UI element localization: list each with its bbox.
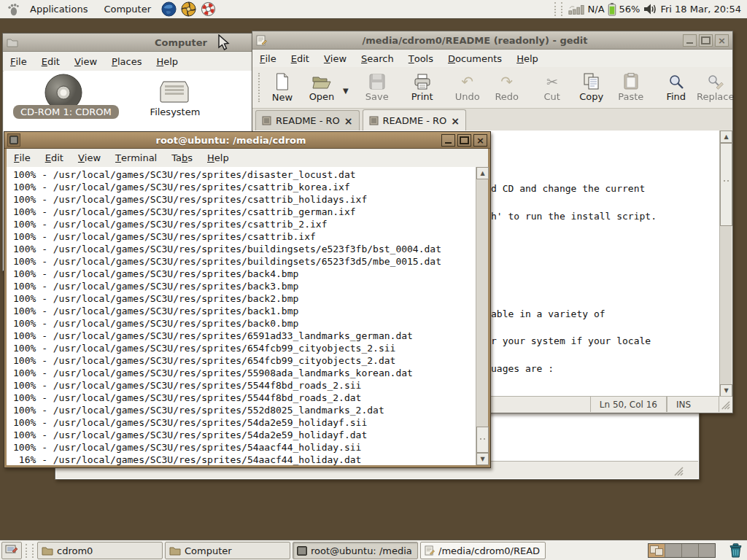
text-line: uages are : [491, 363, 554, 374]
help-lifesaver-icon[interactable] [201, 1, 216, 17]
gedit-vertical-scrollbar[interactable]: ▲ ▼ [719, 131, 732, 397]
menu-file[interactable]: File [7, 149, 38, 167]
open-button[interactable]: Open [302, 72, 341, 104]
save-button[interactable]: Save [357, 72, 397, 104]
tab-readme-2[interactable]: README - RO × [363, 109, 467, 131]
terminal-line: 100% - /usr/local/games/SC3U/res/sprites… [13, 392, 476, 404]
scroll-up-arrow[interactable]: ▲ [476, 167, 489, 179]
menu-places[interactable]: Places [104, 52, 149, 71]
taskbar-button-gedit[interactable]: /media/cdrom0/READ [420, 542, 546, 559]
gedit-titlebar[interactable]: /media/cdrom0/README (readonly) - gedit … [252, 31, 732, 50]
menu-terminal[interactable]: Terminal [108, 149, 164, 167]
terminal-line: 100% - /usr/local/games/SC3U/res/sprites… [13, 255, 476, 268]
computer-menu[interactable]: Computer [96, 0, 159, 18]
filesystem-label[interactable]: Filesystem [150, 106, 201, 117]
volume-icon[interactable] [643, 3, 657, 15]
resize-grip-icon[interactable] [672, 464, 684, 476]
resize-grip-icon[interactable] [719, 399, 730, 410]
find-button[interactable]: Find [657, 72, 696, 104]
menu-edit[interactable]: Edit [38, 149, 71, 167]
undo-icon: ↶ [461, 74, 473, 90]
terminal-line: 100% - /usr/local/games/SC3U/res/sprites… [13, 206, 476, 218]
maximize-button[interactable] [457, 134, 471, 147]
scrollbar-thumb[interactable] [720, 143, 732, 226]
tray-grip[interactable] [554, 2, 562, 16]
terminal-screen[interactable]: 100% - /usr/local/games/SC3U/res/sprites… [7, 167, 488, 465]
close-button[interactable]: × [473, 134, 487, 147]
cdrom-drive-label[interactable]: CD-ROM 1: CDROM [13, 105, 119, 119]
magnifier-icon [668, 74, 684, 90]
new-button[interactable]: New [263, 71, 302, 104]
network-signal-icon[interactable] [568, 4, 585, 15]
terminal-menubar: File Edit View Terminal Tabs Help [7, 149, 488, 168]
trash-icon[interactable] [729, 543, 743, 558]
scroll-down-arrow[interactable]: ▼ [476, 453, 489, 465]
gedit-icon [425, 545, 435, 556]
menu-help[interactable]: Help [149, 52, 185, 71]
terminal-line: 100% - /usr/local/games/SC3U/res/sprites… [13, 268, 476, 280]
cut-button[interactable]: ✂ Cut [533, 72, 572, 104]
menu-tools[interactable]: Tools [401, 50, 441, 68]
redo-button[interactable]: ↷ Redo [487, 72, 527, 104]
tab-label: README - RO [276, 115, 340, 126]
menu-file[interactable]: File [3, 52, 34, 71]
menu-file[interactable]: File [252, 50, 284, 68]
taskbar-button-terminal[interactable]: root@ubuntu: /media [293, 542, 418, 559]
battery-icon[interactable] [608, 3, 616, 16]
terminal-line: 100% - /usr/local/games/SC3U/res/sprites… [13, 367, 476, 379]
clock[interactable]: Fri 18 Mar, 20:54 [660, 4, 741, 15]
save-label: Save [365, 91, 389, 102]
scroll-up-arrow[interactable]: ▲ [720, 131, 732, 143]
menu-view[interactable]: View [71, 149, 108, 167]
terminal-titlebar[interactable]: root@ubuntu: /media/cdrom × [4, 132, 490, 149]
menu-tabs[interactable]: Tabs [164, 149, 200, 167]
open-dropdown-arrow[interactable]: ▼ [341, 87, 352, 104]
taskbar-grip[interactable] [26, 544, 34, 558]
menu-view[interactable]: View [317, 50, 354, 68]
menu-documents[interactable]: Documents [441, 50, 509, 68]
scroll-down-arrow[interactable]: ▼ [720, 384, 732, 397]
minimize-button[interactable] [441, 134, 455, 147]
terminal-window[interactable]: root@ubuntu: /media/cdrom × File Edit Vi… [4, 131, 491, 468]
show-desktop-button[interactable] [1, 542, 22, 559]
scrollbar-thumb[interactable] [476, 427, 489, 453]
tab-readme-1[interactable]: README - RO × [255, 110, 360, 131]
undo-label: Undo [455, 91, 480, 102]
tab-close-icon[interactable]: × [451, 117, 460, 125]
terminal-app-icon [7, 133, 20, 147]
filesystem-drive-icon[interactable] [159, 80, 190, 104]
toolbar-grip[interactable] [258, 73, 260, 102]
maximize-button[interactable] [699, 34, 713, 47]
gnome-foot-icon[interactable] [2, 3, 20, 16]
menu-edit[interactable]: Edit [34, 52, 67, 71]
bottom-panel: cdrom0 Computer root@ubuntu: /media /med… [0, 540, 747, 560]
terminal-line: 100% - /usr/local/games/SC3U/res/sprites… [13, 168, 476, 181]
terminal-line: 100% - /usr/local/games/SC3U/res/sprites… [13, 280, 476, 292]
folder-icon [169, 546, 181, 556]
terminal-line: 16% - /usr/local/games/SC3U/res/sprites/… [13, 454, 476, 465]
copy-button[interactable]: Copy [572, 71, 611, 104]
workspace-2[interactable] [665, 544, 682, 557]
menu-search[interactable]: Search [354, 50, 401, 68]
minimize-button[interactable] [683, 34, 697, 47]
workspace-1[interactable] [649, 544, 665, 557]
menu-help[interactable]: Help [509, 50, 546, 68]
menu-help[interactable]: Help [200, 149, 236, 167]
applications-menu[interactable]: Applications [22, 0, 96, 18]
taskbar-button-computer[interactable]: Computer [165, 542, 290, 559]
close-button[interactable]: × [715, 34, 729, 47]
workspace-switcher[interactable] [648, 543, 716, 558]
workspace-4[interactable] [699, 544, 715, 557]
workspace-3[interactable] [682, 544, 699, 557]
menu-edit[interactable]: Edit [284, 50, 317, 68]
app-ball-icon[interactable] [181, 1, 196, 17]
undo-button[interactable]: ↶ Undo [448, 72, 487, 104]
print-button[interactable]: Print [403, 72, 442, 104]
terminal-scrollbar[interactable]: ▲ ▼ [476, 167, 488, 465]
taskbar-button-cdrom0[interactable]: cdrom0 [37, 542, 163, 559]
tab-close-icon[interactable]: × [344, 117, 353, 125]
paste-button[interactable]: Paste [611, 71, 651, 104]
web-browser-icon[interactable] [161, 1, 177, 17]
menu-view[interactable]: View [67, 52, 104, 71]
replace-button[interactable]: Replace [696, 72, 735, 104]
